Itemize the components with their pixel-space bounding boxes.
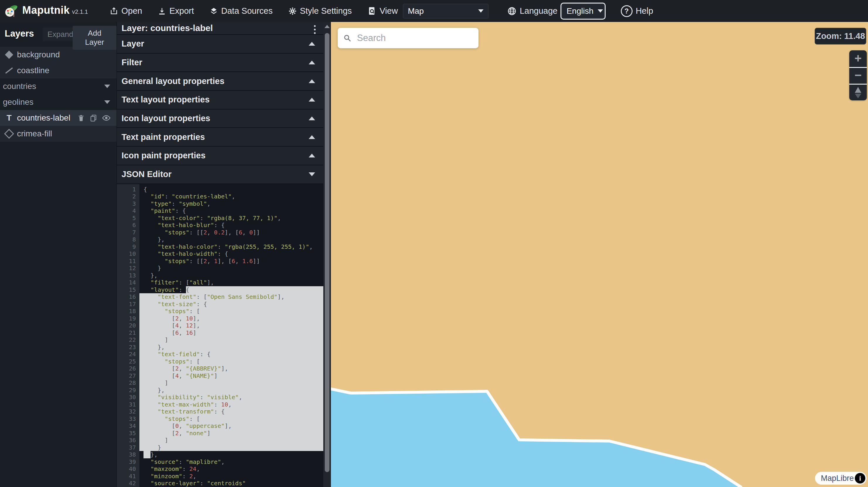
maputnik-logo: Maputnik v2.1.1 [5,4,88,18]
layer-item-countries-label[interactable]: Tcountries-label [0,110,117,126]
collapse-arrow-icon[interactable] [309,135,315,139]
language-group: Language English [507,4,604,19]
language-select-value: English [567,6,594,16]
collapse-arrow-icon[interactable] [309,61,315,64]
layer-group-geolines[interactable]: geolines [0,94,117,110]
section-general-layout-properties[interactable]: General layout properties [117,71,323,90]
layer-list: backgroundcoastlinecountriesgeolinesTcou… [0,47,117,142]
help-menu-item[interactable]: ? Help [621,5,657,17]
maputnik-app: { "topbar": { "app_name": "Maputnik", "v… [0,0,868,487]
map-attribution: MapLibre i [815,472,867,485]
help-icon: ? [621,5,632,17]
compass-icon [855,87,861,98]
scrollbar-up-arrow-icon[interactable] [324,25,330,28]
collapse-arrow-icon[interactable] [309,79,315,83]
chevron-down-icon[interactable] [104,85,110,88]
search-icon [343,34,351,42]
outline-diamond-icon [4,130,14,137]
zoom-out-button[interactable]: − [849,67,867,84]
view-select[interactable]: Map [403,4,489,19]
layers-title: Layers [5,28,34,39]
search-input[interactable] [356,32,474,43]
gear-icon [288,7,297,15]
scrollbar-thumb[interactable] [325,33,330,472]
menu-item-open[interactable]: Open [110,6,142,16]
section-filter[interactable]: Filter [117,53,323,72]
maputnik-logo-icon [5,4,19,18]
section-layer[interactable]: Layer [117,34,323,53]
view-icon [368,6,376,16]
info-icon[interactable]: i [855,473,865,484]
chevron-down-icon [478,9,484,12]
layer-editor-title: Layer: countries-label [122,23,213,33]
property-sections: LayerFilterGeneral layout propertiesText… [117,34,323,184]
language-label: Language [520,6,558,16]
layer-editor-title-row: Layer: countries-label [117,22,323,34]
layers-sidebar: Layers Expand Add Layer backgroundcoastl… [0,22,117,487]
zoom-level-badge: Zoom: 11.48 [815,28,866,44]
minus-icon: − [855,69,862,82]
collapse-arrow-icon[interactable] [309,117,315,120]
layer-menu-kebab-icon[interactable] [313,23,317,36]
collapse-arrow-icon[interactable] [309,98,315,102]
chevron-down-icon [598,9,603,12]
map-searchbox [338,28,478,48]
chevron-down-icon[interactable] [104,100,110,104]
view-select-value: Map [408,6,424,16]
section-icon-paint-properties[interactable]: Icon paint properties [117,146,323,165]
layer-editor-panel: Layer: countries-label LayerFilterGenera… [117,22,323,487]
panel-scrollbar[interactable] [323,22,331,487]
map-canvas[interactable]: Zoom: 11.48 + − MapLibre i [331,22,868,487]
open-icon [110,7,118,15]
collapse-arrow-icon[interactable] [309,42,315,46]
layer-item-crimea-fill[interactable]: crimea-fill [0,126,117,142]
view-label: View [379,6,398,16]
collapse-arrow-icon[interactable] [309,172,315,176]
globe-icon [507,6,517,16]
duplicate-icon[interactable] [90,114,97,122]
fill-diamond-icon [4,52,14,58]
plus-icon: + [855,52,862,64]
help-label: Help [636,6,653,16]
add-layer-button[interactable]: Add Layer [73,26,117,50]
layer-group-countries[interactable]: countries [0,78,117,94]
collapse-arrow-icon[interactable] [309,154,315,158]
zoom-in-button[interactable]: + [849,50,867,67]
layer-item-coastline[interactable]: coastline [0,63,117,78]
data-sources-icon [210,7,218,15]
topbar: Maputnik v2.1.1 OpenExportData SourcesSt… [0,0,868,22]
map-zoom-controls: + − [849,50,867,100]
coastline-layer [331,22,868,487]
menu-item-data-sources[interactable]: Data Sources [210,6,273,16]
app-version: v2.1.1 [72,8,88,15]
topbar-menu: OpenExportData SourcesStyle Settings [102,6,360,16]
menu-item-export[interactable]: Export [158,6,194,16]
section-text-layout-properties[interactable]: Text layout properties [117,90,323,109]
visibility-icon[interactable] [102,114,111,122]
layers-header: Layers Expand Add Layer [0,22,117,47]
attribution-link[interactable]: MapLibre [821,474,855,483]
json-editor[interactable]: 1{2 "id": "countries-label",3 "type": "s… [117,184,323,487]
section-icon-layout-properties[interactable]: Icon layout properties [117,109,323,128]
section-text-paint-properties[interactable]: Text paint properties [117,127,323,146]
view-group: View Map [368,4,488,19]
symbol-icon: T [4,114,14,122]
export-icon [158,7,166,15]
section-json-editor[interactable]: JSON Editor [117,165,323,184]
compass-button[interactable] [849,84,867,100]
json-editor-lines: 1{2 "id": "countries-label",3 "type": "s… [117,184,323,487]
app-name: Maputnik [22,4,70,17]
delete-icon[interactable] [77,114,85,122]
language-select[interactable]: English [562,4,604,19]
line-icon [4,70,14,71]
menu-item-style-settings[interactable]: Style Settings [288,6,352,16]
water-polygon [331,389,741,487]
